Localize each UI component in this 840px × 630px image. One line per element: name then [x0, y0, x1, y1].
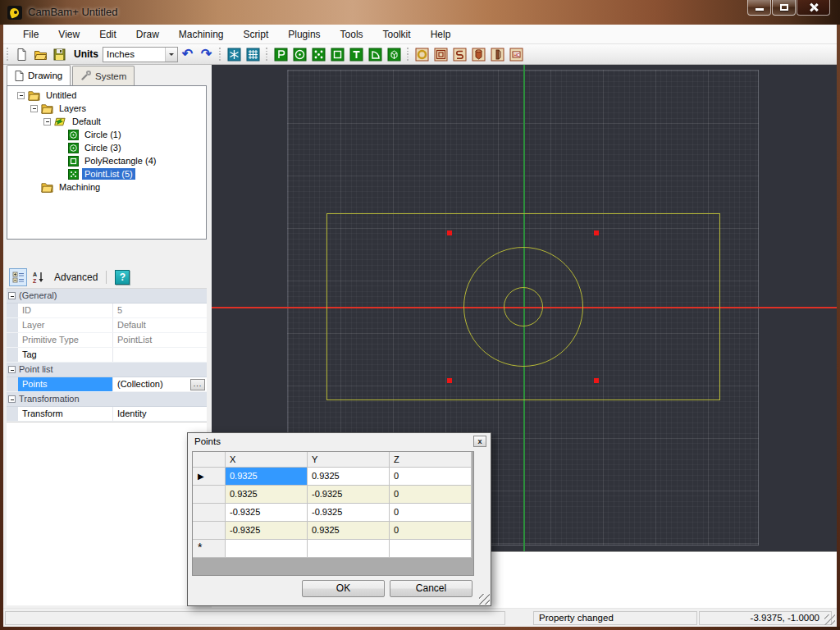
tab-system[interactable]: System	[72, 66, 135, 85]
cell-y[interactable]: -0.9325	[308, 486, 390, 504]
dialog-title[interactable]: Points	[188, 433, 491, 450]
cell-x[interactable]: -0.9325	[226, 504, 308, 522]
property-value[interactable]: Default	[113, 318, 207, 332]
undo-button[interactable]: ↶	[179, 46, 196, 63]
point-marker[interactable]	[594, 378, 599, 383]
property-value[interactable]: Identity	[113, 407, 207, 421]
title-bar[interactable]: CamBam+ Untitled	[0, 0, 840, 25]
toolbar-grip[interactable]	[265, 48, 269, 61]
property-name[interactable]: Points	[18, 377, 113, 391]
cell-x[interactable]: 0.9325	[226, 468, 308, 486]
ok-button[interactable]: OK	[302, 580, 385, 597]
collapse-icon[interactable]	[8, 366, 16, 373]
point-marker[interactable]	[447, 378, 452, 383]
units-select[interactable]: Inches	[103, 47, 178, 62]
property-value[interactable]: (Collection) ...	[113, 377, 207, 391]
row-header-cell[interactable]	[193, 486, 226, 504]
menu-item-machining[interactable]: Machining	[171, 26, 232, 43]
tree-item-pointlist-5[interactable]: PointList (5)	[7, 167, 206, 180]
tree-item-untitled[interactable]: Untitled	[7, 89, 206, 102]
cell-z[interactable]: 0	[390, 468, 472, 486]
cell-x[interactable]: -0.9325	[226, 522, 308, 540]
tree-item-polyrectangle-4[interactable]: PolyRectangle (4)	[7, 154, 206, 167]
alphabetical-sort-button[interactable]: AZ	[30, 268, 48, 286]
menu-item-edit[interactable]: Edit	[91, 26, 125, 43]
toolbar-grip[interactable]	[6, 48, 10, 61]
new-file-button[interactable]	[13, 46, 30, 63]
cell-z[interactable]: 0	[390, 522, 472, 540]
dialog-close-button[interactable]: x	[473, 436, 486, 447]
property-value[interactable]: 5	[113, 304, 207, 317]
show-grid-button[interactable]	[244, 46, 262, 63]
toolbar-grip[interactable]	[218, 48, 222, 61]
draw-arc-button[interactable]	[367, 46, 384, 63]
property-value[interactable]	[113, 348, 207, 362]
column-header-y[interactable]: Y	[308, 452, 390, 468]
collapse-icon[interactable]	[8, 395, 16, 403]
engrave-button[interactable]	[451, 46, 468, 63]
small-circle-shape[interactable]	[504, 287, 543, 326]
cell-z[interactable]: 0	[390, 504, 472, 522]
minimize-button[interactable]	[747, 0, 771, 16]
property-category-point-list[interactable]: Point list	[7, 363, 207, 377]
menu-item-script[interactable]: Script	[235, 26, 277, 43]
cell-y[interactable]	[308, 540, 390, 558]
new-row-indicator[interactable]: *	[193, 540, 226, 558]
help-button[interactable]: ?	[115, 270, 130, 285]
point-marker[interactable]	[594, 231, 599, 235]
property-category-transformation[interactable]: Transformation	[7, 392, 207, 407]
advanced-button[interactable]: Advanced	[54, 272, 98, 283]
cell-x[interactable]: 0.9325	[226, 486, 308, 504]
cell-y[interactable]: 0.9325	[308, 522, 390, 540]
drill-holes-button[interactable]	[413, 46, 431, 63]
point-marker[interactable]	[447, 231, 452, 235]
draw-surface-button[interactable]	[386, 46, 403, 63]
drill-button[interactable]	[470, 46, 487, 63]
tree-item-default-layer[interactable]: Default	[7, 115, 206, 128]
property-value[interactable]: PointList	[113, 333, 207, 347]
collection-editor-button[interactable]: ...	[190, 379, 205, 390]
collapse-icon[interactable]	[43, 118, 51, 126]
draw-polyline-button[interactable]	[272, 46, 290, 63]
tree-item-circle-3[interactable]: Circle (3)	[7, 141, 206, 154]
menu-item-tools[interactable]: Tools	[332, 26, 372, 43]
dialog-resize-grip[interactable]	[479, 594, 490, 605]
save-button[interactable]	[51, 46, 68, 63]
cell-y[interactable]: 0.9325	[308, 468, 390, 486]
restore-button[interactable]	[772, 0, 796, 16]
toolbar-grip[interactable]	[406, 48, 410, 61]
row-header-cell[interactable]	[193, 504, 226, 522]
cell-z[interactable]	[390, 540, 472, 558]
collapse-icon[interactable]	[17, 92, 25, 99]
combo-dropdown-icon[interactable]	[165, 48, 177, 62]
hatch-button[interactable]: HC	[508, 46, 525, 63]
cancel-button[interactable]: Cancel	[390, 580, 472, 597]
tree-item-machining[interactable]: Machining	[7, 180, 206, 194]
draw-text-button[interactable]	[348, 46, 365, 63]
menu-item-toolkit[interactable]: Toolkit	[375, 26, 419, 43]
collapse-icon[interactable]	[30, 105, 38, 112]
menu-item-view[interactable]: View	[50, 26, 88, 43]
property-category-general[interactable]: (General)	[7, 289, 207, 304]
categorized-view-button[interactable]	[9, 268, 27, 286]
cell-y[interactable]: -0.9325	[308, 504, 390, 522]
draw-circle-button[interactable]	[291, 46, 308, 63]
menu-item-help[interactable]: Help	[422, 26, 459, 43]
cell-z[interactable]: 0	[390, 486, 472, 504]
column-header-x[interactable]: X	[226, 452, 308, 468]
pocket-button[interactable]	[432, 46, 450, 63]
close-button[interactable]	[797, 0, 830, 16]
window-resize-grip[interactable]	[824, 614, 835, 625]
draw-rectangle-button[interactable]	[329, 46, 346, 63]
menu-item-file[interactable]: File	[15, 26, 47, 43]
tab-drawing[interactable]: Drawing	[7, 65, 71, 85]
column-header-z[interactable]: Z	[390, 452, 472, 468]
cell-x[interactable]	[226, 540, 308, 558]
draw-pointlist-button[interactable]	[310, 46, 327, 63]
snap-points-button[interactable]	[226, 46, 243, 63]
row-header-cell[interactable]	[193, 522, 226, 540]
menu-item-draw[interactable]: Draw	[128, 26, 167, 43]
redo-button[interactable]: ↷	[198, 46, 215, 63]
tree-item-circle-1[interactable]: Circle (1)	[7, 128, 206, 141]
profile-button[interactable]	[489, 46, 506, 63]
